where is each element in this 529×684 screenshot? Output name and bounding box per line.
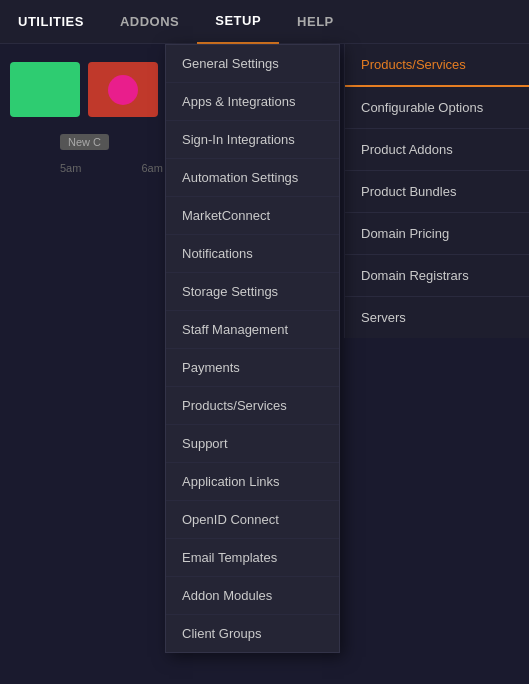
timeline-area: 5am 6am (0, 124, 179, 182)
nav-addons[interactable]: ADDONS (102, 0, 197, 44)
tile-pink (88, 62, 158, 117)
right-panel-products-services[interactable]: Products/Services (345, 44, 529, 87)
right-panel-domain-pricing[interactable]: Domain Pricing (345, 213, 529, 255)
timeline-labels: 5am 6am (10, 162, 169, 174)
tile-green (10, 62, 80, 117)
setup-dropdown: General Settings Apps & Integrations Sig… (165, 44, 340, 653)
dropdown-automation-settings[interactable]: Automation Settings (166, 159, 339, 197)
dropdown-storage-settings[interactable]: Storage Settings (166, 273, 339, 311)
dropdown-application-links[interactable]: Application Links (166, 463, 339, 501)
dropdown-client-groups[interactable]: Client Groups (166, 615, 339, 652)
dropdown-addon-modules[interactable]: Addon Modules (166, 577, 339, 615)
right-panel: Products/Services Configurable Options P… (344, 44, 529, 338)
dropdown-openid-connect[interactable]: OpenID Connect (166, 501, 339, 539)
nav-help[interactable]: HELP (279, 0, 352, 44)
right-panel-product-addons[interactable]: Product Addons (345, 129, 529, 171)
timeline-6am: 6am (141, 162, 162, 174)
top-nav: UTILITIES ADDONS SETUP HELP (0, 0, 529, 44)
dropdown-marketconnect[interactable]: MarketConnect (166, 197, 339, 235)
dropdown-payments[interactable]: Payments (166, 349, 339, 387)
dropdown-sign-in-integrations[interactable]: Sign-In Integrations (166, 121, 339, 159)
tile-pink-inner (108, 75, 138, 105)
nav-utilities[interactable]: UTILITIES (0, 0, 102, 44)
dropdown-notifications[interactable]: Notifications (166, 235, 339, 273)
dropdown-products-services[interactable]: Products/Services (166, 387, 339, 425)
dropdown-apps-integrations[interactable]: Apps & Integrations (166, 83, 339, 121)
timeline-5am: 5am (60, 162, 81, 174)
right-panel-product-bundles[interactable]: Product Bundles (345, 171, 529, 213)
dropdown-email-templates[interactable]: Email Templates (166, 539, 339, 577)
right-panel-configurable-options[interactable]: Configurable Options (345, 87, 529, 129)
right-panel-domain-registrars[interactable]: Domain Registrars (345, 255, 529, 297)
tiles-area (0, 54, 179, 125)
dropdown-support[interactable]: Support (166, 425, 339, 463)
right-panel-servers[interactable]: Servers (345, 297, 529, 338)
nav-setup[interactable]: SETUP (197, 0, 279, 44)
dropdown-general-settings[interactable]: General Settings (166, 45, 339, 83)
dropdown-staff-management[interactable]: Staff Management (166, 311, 339, 349)
